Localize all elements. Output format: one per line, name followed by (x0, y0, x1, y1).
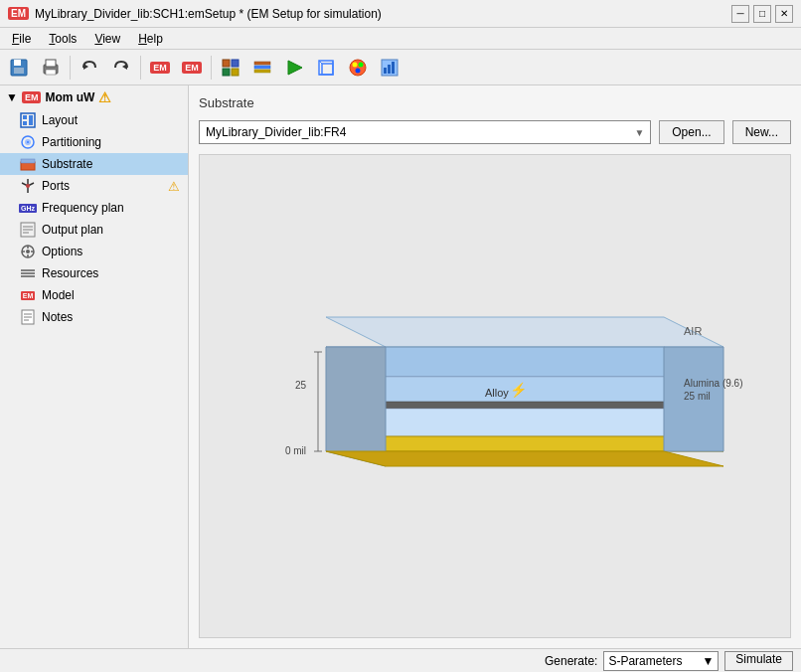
sidebar-item-options-label: Options (42, 245, 82, 258)
menu-help[interactable]: Help (130, 30, 171, 48)
sidebar-item-output-plan-label: Output plan (42, 223, 103, 237)
output-plan-icon (20, 222, 36, 238)
svg-rect-54 (21, 275, 35, 277)
toolbar: EM EM (0, 50, 801, 85)
svg-marker-6 (83, 64, 88, 70)
sidebar-item-output-plan[interactable]: Output plan (0, 219, 188, 241)
svg-point-21 (350, 60, 366, 76)
sidebar-item-notes-label: Notes (42, 310, 73, 324)
print-button[interactable] (36, 54, 66, 82)
model-icon: EM (20, 287, 36, 303)
substrate-value: MyLibrary_Divider_lib:FR4 (206, 125, 346, 139)
svg-rect-13 (254, 66, 270, 69)
sidebar-item-model[interactable]: EM Model (0, 284, 188, 306)
svg-text:25: 25 (295, 380, 307, 391)
redo-button[interactable] (106, 54, 136, 82)
substrate-svg: Alloy ⚡ AIR Alumina (9.6) 25 mil 25 0 mi… (246, 297, 743, 496)
sidebar-warning-icon: ⚠ (98, 89, 111, 105)
svg-rect-1 (14, 60, 21, 66)
svg-rect-31 (29, 115, 33, 125)
sidebar-item-resources[interactable]: Resources (0, 262, 188, 284)
svg-rect-26 (384, 68, 387, 74)
svg-rect-30 (23, 115, 27, 119)
svg-rect-2 (14, 68, 24, 74)
menu-bar: File Tools View Help (0, 28, 801, 50)
svg-text:0 mil: 0 mil (285, 445, 306, 456)
sidebar-item-frequency-plan[interactable]: GHz Frequency plan (0, 197, 188, 219)
layers-button[interactable] (247, 54, 277, 82)
svg-rect-8 (223, 60, 230, 67)
window-title: MyLibrary_Divider_lib:SCH1:emSetup * (EM… (35, 7, 382, 21)
substrate-visualization: Alloy ⚡ AIR Alumina (9.6) 25 mil 25 0 mi… (199, 154, 791, 638)
notes-icon (20, 309, 36, 325)
substrate-dropdown-arrow: ▼ (634, 127, 644, 138)
svg-point-22 (353, 62, 358, 67)
svg-text:⚡: ⚡ (510, 382, 528, 399)
svg-rect-32 (23, 121, 27, 125)
sidebar-item-frequency-plan-label: Frequency plan (42, 201, 124, 215)
svg-point-24 (356, 68, 361, 73)
results-button[interactable] (375, 54, 404, 82)
palette-button[interactable] (343, 54, 373, 82)
content-panel: Substrate MyLibrary_Divider_lib:FR4 ▼ Op… (189, 85, 801, 648)
sidebar-item-substrate[interactable]: Substrate (0, 153, 188, 175)
title-em-badge: EM (8, 7, 29, 20)
close-button[interactable]: ✕ (775, 5, 793, 23)
svg-point-41 (26, 184, 30, 188)
svg-rect-53 (21, 272, 35, 274)
generate-dropdown-arrow: ▼ (702, 654, 714, 668)
menu-tools[interactable]: Tools (41, 30, 84, 48)
minimize-button[interactable]: ─ (731, 5, 749, 23)
sidebar-header: ▼ EM Mom uW ⚠ (0, 85, 188, 109)
ports-icon (20, 178, 36, 194)
substrate-dropdown[interactable]: MyLibrary_Divider_lib:FR4 ▼ (199, 120, 651, 144)
svg-text:25 mil: 25 mil (684, 391, 711, 402)
options-icon (20, 244, 36, 259)
svg-point-47 (26, 250, 30, 253)
sidebar-item-layout[interactable]: Layout (0, 109, 188, 131)
svg-text:Alloy: Alloy (485, 387, 509, 399)
sidebar-item-ports-label: Ports (42, 179, 70, 193)
sidebar: ▼ EM Mom uW ⚠ Layout Partitioning Substr… (0, 85, 189, 648)
frequency-plan-icon: GHz (20, 200, 36, 216)
em-run-button[interactable]: EM (177, 54, 207, 82)
svg-rect-11 (232, 69, 239, 76)
grid-button[interactable] (216, 54, 245, 82)
svg-rect-27 (388, 65, 391, 74)
generate-label: Generate: (545, 654, 597, 668)
save-button[interactable] (4, 54, 34, 82)
sidebar-item-notes[interactable]: Notes (0, 306, 188, 328)
svg-marker-67 (326, 451, 723, 466)
svg-rect-4 (46, 60, 56, 67)
menu-view[interactable]: View (86, 30, 128, 48)
svg-marker-59 (326, 317, 723, 347)
substrate-icon (20, 156, 36, 172)
sidebar-item-model-label: Model (42, 288, 75, 302)
svg-rect-37 (21, 159, 35, 163)
open-button[interactable]: Open... (659, 120, 723, 144)
sidebar-item-options[interactable]: Options (0, 241, 188, 262)
simulate-button[interactable]: Simulate (724, 651, 793, 671)
menu-file[interactable]: File (4, 30, 39, 48)
maximize-button[interactable]: □ (753, 5, 771, 23)
undo-button[interactable] (75, 54, 104, 82)
svg-marker-65 (326, 347, 386, 466)
svg-rect-10 (223, 69, 230, 76)
3d-button[interactable] (311, 54, 341, 82)
svg-rect-28 (392, 62, 395, 74)
generate-dropdown[interactable]: S-Parameters ▼ (603, 651, 719, 671)
svg-marker-7 (122, 64, 127, 70)
svg-point-23 (359, 62, 364, 67)
new-button[interactable]: New... (732, 120, 791, 144)
status-bar: Generate: S-Parameters ▼ Simulate (0, 648, 801, 672)
sidebar-item-partitioning-label: Partitioning (42, 135, 101, 149)
sidebar-item-substrate-label: Substrate (42, 157, 92, 171)
svg-marker-15 (288, 61, 302, 75)
sidebar-title: Mom uW (45, 90, 94, 104)
sidebar-item-partitioning[interactable]: Partitioning (0, 131, 188, 153)
run-button[interactable] (279, 54, 309, 82)
svg-rect-9 (232, 60, 239, 67)
sidebar-item-layout-label: Layout (42, 113, 78, 127)
em-setup-button[interactable]: EM (145, 54, 175, 82)
sidebar-item-ports[interactable]: Ports ⚠ (0, 175, 188, 197)
